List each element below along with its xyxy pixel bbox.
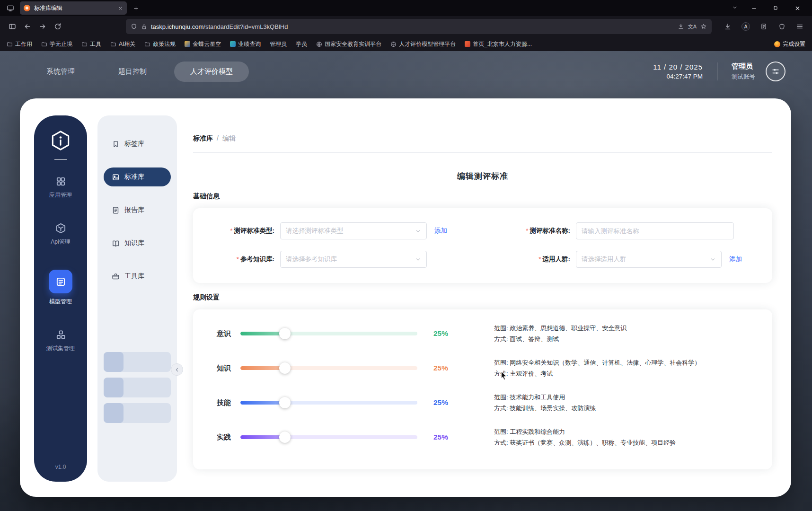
new-tab-button[interactable]	[130, 2, 142, 14]
slider-thumb[interactable]	[279, 432, 291, 443]
reload-icon[interactable]	[50, 19, 65, 34]
lib-item-reports[interactable]: 报告库	[104, 201, 171, 220]
bookmark-item[interactable]: 国家安全教育实训平台	[316, 40, 381, 48]
breadcrumb: 标准库 / 编辑	[193, 134, 772, 143]
sidebar-item-api[interactable]: Api管理	[51, 223, 70, 246]
bookmark-item[interactable]: 业绩查询	[230, 40, 261, 48]
practice-slider[interactable]	[240, 432, 417, 443]
forward-icon[interactable]	[35, 19, 50, 34]
menu-icon[interactable]	[792, 19, 807, 34]
user-account: 测试账号	[732, 73, 755, 81]
extension-flask-icon[interactable]	[756, 19, 771, 34]
kb-select[interactable]: 请选择参考知识库	[280, 251, 427, 268]
add-group-link[interactable]: 添加	[729, 255, 742, 264]
save-page-icon[interactable]	[678, 23, 684, 30]
lock-icon[interactable]	[141, 24, 147, 30]
folder-icon	[41, 41, 47, 47]
type-select[interactable]: 请选择测评标准类型	[280, 222, 427, 239]
slider-row-practice: 实践 25% 范围: 工程实践和综合能力 方式: 获奖证书（竞赛、众测、演练）、…	[193, 426, 772, 448]
bookmark-item[interactable]: 学员	[296, 40, 307, 48]
slider-row-awareness: 意识 25% 范围: 政治素养、思想道德、职业操守、安全意识 方式: 面试、答辩…	[193, 323, 772, 344]
bookmark-item[interactable]: AI相关	[110, 40, 135, 48]
bookmark-item[interactable]: 工作用	[7, 40, 32, 48]
bookmark-star-icon[interactable]	[700, 23, 707, 30]
globe-icon	[390, 41, 397, 47]
bookmark-item[interactable]: 工具	[81, 40, 101, 48]
tab-title: 标准库编辑	[34, 4, 114, 12]
slider-percent: 25%	[433, 398, 464, 407]
rules-card: 意识 25% 范围: 政治素养、思想道德、职业操守、安全意识 方式: 面试、答辩…	[193, 309, 772, 469]
lib-item-tools[interactable]: 工具库	[104, 267, 171, 286]
slider-thumb[interactable]	[279, 328, 291, 339]
bookmark-item[interactable]: 金蝶云星空	[185, 40, 221, 48]
slider-percent: 25%	[433, 329, 464, 338]
list-tabs-icon[interactable]	[727, 4, 743, 12]
bookmark-item[interactable]: 管理员	[270, 40, 287, 48]
extension-a-icon[interactable]: A	[738, 19, 753, 34]
breadcrumb-separator: /	[217, 134, 219, 143]
library-panel: 标签库 标准库 报告库 知识库 工具库	[97, 115, 177, 482]
sidebar-item-testsets[interactable]: 测试集管理	[46, 329, 75, 352]
firefox-view-icon[interactable]	[4, 2, 17, 14]
chevron-down-icon	[415, 228, 421, 234]
nav-item-questions[interactable]: 题目控制	[102, 62, 163, 82]
slider-thumb[interactable]	[279, 397, 291, 408]
tab-close-icon[interactable]	[118, 6, 123, 11]
lib-item-standards[interactable]: 标准库	[104, 167, 171, 186]
bookmark-item[interactable]: 政策法规	[144, 40, 176, 48]
section-basic-info: 基础信息	[193, 192, 772, 201]
lib-item-tags[interactable]: 标签库	[104, 134, 171, 153]
slider-thumb[interactable]	[279, 362, 291, 374]
browser-tab-bar: 标准库编辑	[0, 0, 812, 16]
url-text[interactable]: taskp.ichunqiu.com/standardEdit?id=vmL3k…	[151, 23, 674, 30]
breadcrumb-root[interactable]: 标准库	[193, 134, 213, 143]
collapse-panel-button[interactable]	[171, 363, 183, 376]
folder-icon	[81, 41, 88, 47]
slider-name: 知识	[217, 364, 239, 373]
folder-icon	[144, 41, 150, 47]
skill-slider[interactable]	[240, 397, 417, 408]
nav-item-system[interactable]: 系统管理	[30, 62, 91, 82]
url-bar[interactable]: taskp.ichunqiu.com/standardEdit?id=vmL3k…	[126, 19, 712, 34]
lib-item-knowledge[interactable]: 知识库	[104, 234, 171, 253]
standard-icon	[112, 173, 120, 181]
awareness-slider[interactable]	[240, 328, 417, 339]
sidebar-divider	[54, 159, 67, 160]
name-input[interactable]	[576, 222, 734, 239]
group-label: *适用人群:	[508, 255, 570, 264]
knowledge-slider[interactable]	[240, 362, 417, 374]
close-window-button[interactable]	[786, 0, 808, 16]
browser-tab[interactable]: 标准库编辑	[20, 1, 127, 15]
downloads-icon[interactable]	[720, 19, 735, 34]
finish-setup[interactable]: 完成设置	[774, 40, 805, 48]
skeleton-item	[104, 378, 171, 397]
datetime: 11 / 20 / 2025 04:27:47 PM	[653, 63, 703, 80]
grid-icon	[55, 176, 66, 187]
nav-divider	[717, 62, 717, 80]
tracking-shield-icon[interactable]	[131, 23, 137, 30]
back-icon[interactable]	[20, 19, 35, 34]
nav-item-talent-model[interactable]: 人才评价模型	[174, 62, 249, 82]
slider-name: 技能	[217, 398, 239, 407]
minimize-button[interactable]	[743, 0, 765, 16]
group-select[interactable]: 请选择适用人群	[576, 251, 722, 268]
bookmark-item[interactable]: 学无止境	[41, 40, 72, 48]
sidebar-item-models[interactable]: 模型管理	[49, 270, 72, 306]
breadcrumb-current: 编辑	[222, 134, 236, 143]
sidebar-item-apps[interactable]: 应用管理	[49, 176, 72, 199]
skeleton-item	[104, 352, 171, 372]
browser-toolbar: taskp.ichunqiu.com/standardEdit?id=vmL3k…	[0, 16, 812, 37]
bookmark-item[interactable]: 首页_北京市人力资源...	[465, 40, 532, 48]
translate-icon[interactable]: 文A	[688, 23, 697, 30]
slider-description: 范围: 工程实践和综合能力 方式: 获奖证书（竞赛、众测、演练）、职称、专业技能…	[494, 426, 676, 448]
extension-shield-icon[interactable]	[774, 19, 789, 34]
avatar[interactable]	[766, 62, 786, 81]
app-top-nav: 系统管理 题目控制 人才评价模型 11 / 20 / 2025 04:27:47…	[0, 51, 812, 92]
sidebar-toggle-icon[interactable]	[5, 19, 20, 34]
chevron-down-icon	[710, 256, 716, 263]
maximize-button[interactable]	[765, 0, 786, 16]
skeleton-item	[104, 403, 171, 423]
add-type-link[interactable]: 添加	[434, 227, 447, 235]
bookmarks-bar: 工作用 学无止境 工具 AI相关 政策法规 金蝶云星空 业绩查询 管理员 学员 …	[0, 37, 812, 51]
bookmark-item[interactable]: 人才评价模型管理平台	[390, 40, 456, 48]
